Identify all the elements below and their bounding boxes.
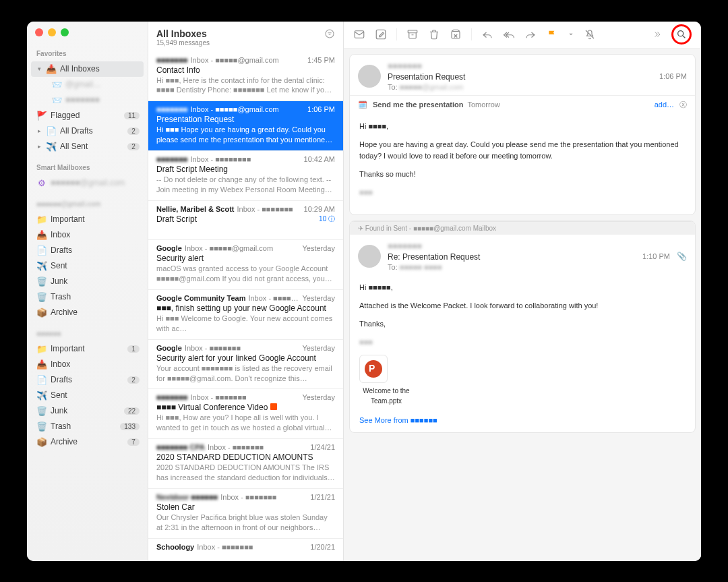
siri-suggestion-bar: 🗓️ Send me the presentation Tomorrow add… xyxy=(350,95,695,114)
message-row[interactable]: GoogleInbox - ■■■■■■■YesterdaySecurity a… xyxy=(148,340,343,390)
junk-icon[interactable] xyxy=(450,28,462,40)
toolbar xyxy=(344,22,701,49)
sidebar-all-drafts[interactable]: ▸ 📄 All Drafts 2 xyxy=(27,123,148,139)
count-badge: 2 xyxy=(127,127,140,135)
sidebar-item-label: Junk xyxy=(51,277,67,286)
drafts-icon: 📄 xyxy=(36,245,47,256)
sidebar-drafts[interactable]: 📄Drafts2 xyxy=(27,372,148,388)
suggestion-add-button[interactable]: add… xyxy=(655,100,674,109)
close-window-button[interactable] xyxy=(35,28,43,36)
message-time: 1:06 PM xyxy=(659,72,687,80)
message-row[interactable]: ■■■■■■■Inbox - ■■■■■■■Yesterday■■■■ Virt… xyxy=(148,389,343,439)
sidebar-item-label: Archive xyxy=(51,308,78,317)
chevron-right-icon: ▸ xyxy=(36,143,42,150)
message-row[interactable]: ■■■■■■■Inbox - ■■■■■■■■10:42 AMDraft Scr… xyxy=(148,151,343,201)
forward-icon[interactable] xyxy=(524,28,537,40)
svg-point-0 xyxy=(326,30,334,38)
toolbar-divider xyxy=(396,28,397,40)
attachment[interactable]: Welcome to the Team.pptx xyxy=(359,355,686,407)
message-card[interactable]: ■■■■■■■ Presentation Request To: ■■■■■@g… xyxy=(349,54,696,215)
sender-name: ■■■■■■■ xyxy=(388,241,480,251)
sidebar-account-child[interactable]: 📨 @gmail… xyxy=(27,77,148,92)
sidebar-inbox[interactable]: 📥Inbox xyxy=(27,227,148,243)
message-row[interactable]: Google Community TeamInbox - ■■■■■■■Yest… xyxy=(148,290,343,340)
sidebar-archive[interactable]: 📦Archive xyxy=(27,305,148,320)
svg-rect-3 xyxy=(408,30,417,33)
junk-icon: 🗑️ xyxy=(36,277,47,287)
avatar xyxy=(358,245,381,268)
message-row[interactable]: GoogleInbox - ■■■■■@gmail.comYesterdaySe… xyxy=(148,240,343,290)
filter-icon[interactable] xyxy=(324,28,335,41)
flag-icon[interactable] xyxy=(546,28,558,40)
message-body: Hi ■■■■■, Attached is the Welcome Packet… xyxy=(350,275,695,416)
reply-icon[interactable] xyxy=(481,28,493,40)
inbox-icon: 📥 xyxy=(36,359,47,370)
message-body: Hi ■■■■, Hope you are having a great day… xyxy=(350,114,695,214)
sidebar-junk[interactable]: 🗑️Junk22 xyxy=(27,403,148,419)
sidebar-item-label: @gmail… xyxy=(65,80,101,89)
count-badge: 2 xyxy=(127,376,140,384)
sidebar-sent[interactable]: ✈️Sent xyxy=(27,258,148,274)
message-subject: Presentation Request xyxy=(388,72,465,82)
see-more-link[interactable]: See More from ■■■■■■ xyxy=(350,416,695,432)
sidebar-smart-item[interactable]: ⚙︎ ■■■■■■@gmail.com xyxy=(27,175,148,191)
message-row[interactable]: Nextdoor ■■■■■■Inbox - ■■■■■■■1/21/21Sto… xyxy=(148,489,343,539)
mail-window: Favorites ▾ 📥 All Inboxes 📨 @gmail… 📨 ■■… xyxy=(27,22,701,561)
sent-icon: ✈️ xyxy=(36,390,47,401)
sidebar-drafts[interactable]: 📄Drafts xyxy=(27,243,148,258)
sidebar-item-label: Sent xyxy=(51,261,67,270)
inbox-icon: 📨 xyxy=(51,95,61,105)
reply-all-icon[interactable] xyxy=(503,28,515,40)
envelope-icon[interactable] xyxy=(353,28,365,40)
dismiss-suggestion-icon[interactable]: ⓧ xyxy=(679,100,687,110)
sidebar-inbox[interactable]: 📥Inbox xyxy=(27,357,148,372)
message-row[interactable]: SchoologyInbox - ■■■■■■■1/20/21 xyxy=(148,539,343,561)
archive-icon: 📦 xyxy=(36,437,47,447)
sidebar-all-inboxes[interactable]: ▾ 📥 All Inboxes xyxy=(31,61,144,77)
sidebar-all-sent[interactable]: ▸ ✈️ All Sent 2 xyxy=(27,139,148,154)
sidebar-trash[interactable]: 🗑️Trash xyxy=(27,289,148,305)
trash-icon[interactable] xyxy=(428,28,440,40)
sidebar-trash[interactable]: 🗑️Trash133 xyxy=(27,419,148,434)
recipient-line: To: ■■■■■@gmail.com xyxy=(388,83,465,91)
list-header: All Inboxes 15,949 messages xyxy=(148,22,343,52)
sidebar-important[interactable]: 📁Important1 xyxy=(27,341,148,357)
search-icon[interactable] xyxy=(675,28,688,40)
archive-icon: 📦 xyxy=(36,308,47,318)
message-row[interactable]: Nellie, Maribel & ScottInbox - ■■■■■■■10… xyxy=(148,201,343,241)
account-heading: ■■■■■■ xyxy=(27,327,148,341)
message-row[interactable]: ■■■■■■■Inbox - ■■■■■@gmail.com1:45 PMCon… xyxy=(148,52,343,102)
sidebar-item-label: Flagged xyxy=(51,111,80,120)
flag-dropdown-icon[interactable] xyxy=(568,28,574,40)
sidebar-junk[interactable]: 🗑️Junk xyxy=(27,274,148,289)
overflow-icon[interactable] xyxy=(650,28,662,40)
compose-icon[interactable] xyxy=(375,28,387,40)
sidebar-important[interactable]: 📁Important xyxy=(27,212,148,227)
mute-icon[interactable] xyxy=(584,28,596,40)
trash-icon: 🗑️ xyxy=(36,421,47,432)
sidebar-sent[interactable]: ✈️Sent xyxy=(27,388,148,403)
message-row[interactable]: ■■■■■■■Inbox - ■■■■■@gmail.com1:06 PMPre… xyxy=(148,101,343,151)
gear-icon: ⚙︎ xyxy=(36,178,47,188)
drafts-icon: 📄 xyxy=(36,375,47,385)
sidebar-archive[interactable]: 📦Archive7 xyxy=(27,434,148,450)
reading-pane: ■■■■■■■ Presentation Request To: ■■■■■@g… xyxy=(344,22,701,561)
count-badge: 133 xyxy=(120,423,140,430)
archive-icon[interactable] xyxy=(406,28,419,40)
message-row[interactable]: ■■■■■■■ CPAInbox - ■■■■■■■1/24/212020 ST… xyxy=(148,439,343,489)
sidebar-item-label: Important xyxy=(51,344,85,353)
sent-icon: ✈️ xyxy=(36,261,47,271)
sidebar-flagged[interactable]: 🚩 Flagged 11 xyxy=(27,108,148,123)
sidebar-account-child[interactable]: 📨 ■■■■■■■ xyxy=(27,92,148,108)
calendar-icon: 🗓️ xyxy=(358,100,367,109)
sidebar-item-label: Trash xyxy=(51,292,71,301)
message-list[interactable]: ■■■■■■■Inbox - ■■■■■@gmail.com1:45 PMCon… xyxy=(148,52,343,561)
message-card[interactable]: ✈︎ Found in Sent - ■■■■■@gmail.com Mailb… xyxy=(349,221,696,433)
svg-rect-4 xyxy=(452,32,460,39)
minimize-window-button[interactable] xyxy=(48,28,56,36)
toolbar-divider xyxy=(471,28,472,40)
fullscreen-window-button[interactable] xyxy=(61,28,69,36)
count-badge: 7 xyxy=(127,438,140,446)
junk-icon: 🗑️ xyxy=(36,406,47,416)
inbox-icon: 📥 xyxy=(46,64,56,74)
